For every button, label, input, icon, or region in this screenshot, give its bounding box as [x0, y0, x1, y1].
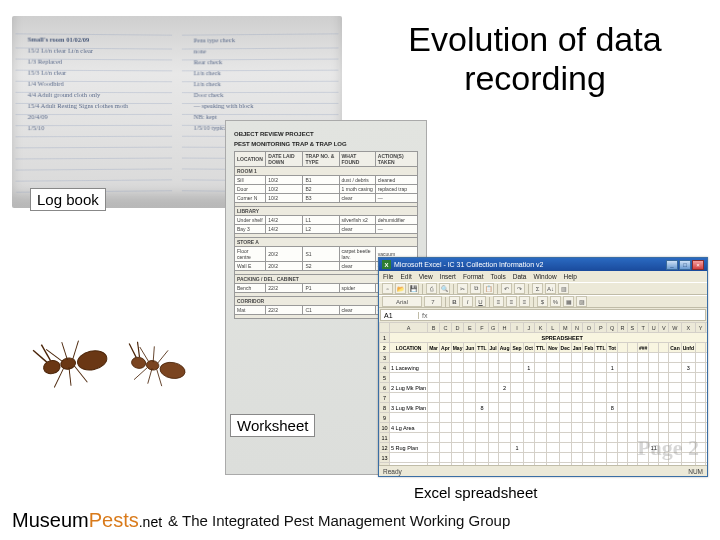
- menu-edit[interactable]: Edit: [400, 273, 411, 280]
- close-button[interactable]: ×: [692, 260, 704, 270]
- svg-point-12: [146, 360, 160, 372]
- font-select[interactable]: Arial: [382, 296, 422, 307]
- slide-title: Evolution of data recording: [370, 20, 700, 98]
- status-ready: Ready: [383, 468, 402, 475]
- menu-format[interactable]: Format: [463, 273, 484, 280]
- autosum-icon[interactable]: Σ: [532, 283, 543, 294]
- underline-icon[interactable]: U: [475, 296, 486, 307]
- svg-point-11: [131, 356, 147, 369]
- excel-titlebar: X Microsoft Excel - IC 31 Collection Inf…: [379, 258, 707, 271]
- svg-line-9: [62, 342, 68, 361]
- footer-text: & The Integrated Pest Management Working…: [168, 512, 510, 529]
- maximize-button[interactable]: □: [679, 260, 691, 270]
- menu-tools[interactable]: Tools: [491, 273, 506, 280]
- fx-icon[interactable]: fx: [419, 312, 430, 319]
- menu-data[interactable]: Data: [513, 273, 527, 280]
- worksheet-title-2: PEST MONITORING TRAP & TRAP LOG: [234, 141, 418, 147]
- sort-asc-icon[interactable]: A↓: [545, 283, 556, 294]
- undo-icon[interactable]: ↶: [501, 283, 512, 294]
- svg-line-20: [152, 346, 156, 362]
- cut-icon[interactable]: ✂: [457, 283, 468, 294]
- bold-icon[interactable]: B: [449, 296, 460, 307]
- excel-window: X Microsoft Excel - IC 31 Collection Inf…: [378, 257, 708, 477]
- ant-icon: [21, 316, 127, 399]
- logbook-caption: Log book: [30, 188, 106, 211]
- logo-part-pests: Pests: [89, 509, 139, 531]
- logo-part-net: .net: [139, 514, 162, 530]
- svg-point-2: [76, 348, 109, 372]
- fill-color-icon[interactable]: ▨: [576, 296, 587, 307]
- minimize-button[interactable]: _: [666, 260, 678, 270]
- excel-toolbar-format: Arial 7 B I U ≡ ≡ ≡ $ % ▦ ▨: [379, 295, 707, 308]
- redo-icon[interactable]: ↷: [514, 283, 525, 294]
- svg-point-1: [60, 357, 77, 371]
- page-stamp: Page 2: [637, 435, 699, 461]
- menu-file[interactable]: File: [383, 273, 393, 280]
- logo-part-museum: Museum: [12, 509, 89, 531]
- footer: MuseumPests.net & The Integrated Pest Ma…: [0, 509, 720, 532]
- borders-icon[interactable]: ▦: [563, 296, 574, 307]
- align-left-icon[interactable]: ≡: [493, 296, 504, 307]
- percent-icon[interactable]: %: [550, 296, 561, 307]
- svg-point-13: [159, 360, 187, 380]
- excel-menubar: FileEditViewInsertFormatToolsDataWindowH…: [379, 271, 707, 282]
- font-size-select[interactable]: 7: [424, 296, 442, 307]
- align-center-icon[interactable]: ≡: [506, 296, 517, 307]
- excel-formula-bar: A1 fx: [380, 309, 706, 321]
- new-icon[interactable]: ▫: [382, 283, 393, 294]
- excel-caption: Excel spreadsheet: [408, 482, 543, 503]
- ant-icon: [115, 328, 204, 396]
- excel-app-icon: X: [382, 260, 391, 269]
- svg-line-6: [67, 367, 73, 386]
- svg-line-17: [148, 368, 152, 384]
- save-icon[interactable]: 💾: [408, 283, 419, 294]
- menu-view[interactable]: View: [419, 273, 433, 280]
- paste-icon[interactable]: 📋: [483, 283, 494, 294]
- excel-window-title: Microsoft Excel - IC 31 Collection Infor…: [394, 261, 543, 268]
- copy-icon[interactable]: ⧉: [470, 283, 481, 294]
- print-icon[interactable]: ⎙: [426, 283, 437, 294]
- worksheet-caption: Worksheet: [230, 414, 315, 437]
- svg-line-14: [127, 344, 139, 358]
- museumpests-logo: MuseumPests.net: [12, 509, 162, 532]
- align-right-icon[interactable]: ≡: [519, 296, 530, 307]
- excel-toolbar-standard: ▫ 📂 💾 ⎙ 🔍 ✂ ⧉ 📋 ↶ ↷ Σ A↓ ▥: [379, 282, 707, 295]
- logbook-left-page: Small's room 01/02/0915/2 Lt/n clear Lt/…: [15, 23, 172, 193]
- svg-line-21: [158, 349, 168, 364]
- ants-image: [12, 295, 222, 425]
- status-num: NUM: [688, 468, 703, 475]
- worksheet-title-1: OBJECT REVIEW PROJECT: [234, 131, 418, 137]
- menu-insert[interactable]: Insert: [440, 273, 456, 280]
- open-icon[interactable]: 📂: [395, 283, 406, 294]
- menu-window[interactable]: Window: [533, 273, 556, 280]
- name-box[interactable]: A1: [381, 312, 419, 319]
- currency-icon[interactable]: $: [537, 296, 548, 307]
- preview-icon[interactable]: 🔍: [439, 283, 450, 294]
- italic-icon[interactable]: I: [462, 296, 473, 307]
- excel-grid[interactable]: ABCDEFGHIJKLMNOPQRSTUVWXYZAA1SPREADSHEET…: [379, 322, 707, 465]
- chart-icon[interactable]: ▥: [558, 283, 569, 294]
- menu-help[interactable]: Help: [564, 273, 577, 280]
- excel-status-bar: Ready NUM: [379, 465, 707, 476]
